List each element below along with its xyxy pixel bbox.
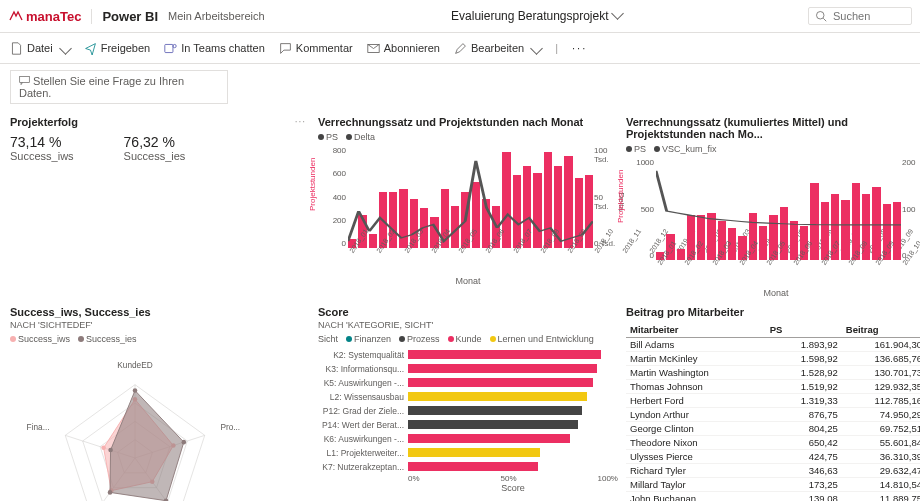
qna-input[interactable]: Stellen Sie eine Frage zu Ihren Daten. (10, 70, 228, 104)
qna-icon (19, 75, 30, 86)
visual-verrechnungssatz-kum[interactable]: Verrechnungssatz (kumuliertes Mittel) un… (626, 116, 920, 298)
table-row[interactable]: Richard Tyler346,6329.632,47 (626, 464, 920, 478)
table-row[interactable]: Herbert Ford1.319,33112.785,16 (626, 394, 920, 408)
score-bar-row[interactable]: K5: Auswirkungen -... (318, 376, 618, 389)
chart-legend: Success_iws Success_ies (10, 334, 310, 344)
report-canvas: ··· Projekterfolg 73,14 % Success_iws 76… (0, 110, 920, 501)
pencil-icon (454, 42, 467, 55)
table-row[interactable]: Thomas Johnson1.519,92129.932,35 (626, 380, 920, 394)
svg-point-25 (101, 446, 106, 451)
chevron-down-icon (530, 42, 543, 55)
teams-icon (164, 42, 177, 55)
svg-text:KundeED: KundeED (117, 361, 152, 370)
kpi-label: Success_ies (124, 150, 186, 162)
comment-icon (279, 42, 292, 55)
svg-point-28 (182, 440, 187, 445)
svg-point-0 (817, 12, 825, 20)
search-input[interactable] (831, 9, 895, 23)
svg-rect-5 (20, 76, 30, 82)
table-row[interactable]: Theodore Nixon650,4255.601,84 (626, 436, 920, 450)
visual-beitrag-mitarbeiter[interactable]: Beitrag pro Mitarbeiter Mitarbeiter PS B… (626, 306, 920, 501)
radar-chart: KundeEDPro...Lernen und Entwic...Prozess… (10, 348, 260, 501)
x-axis-ticks: 0%50%100% (408, 474, 618, 483)
file-menu[interactable]: Datei (10, 42, 70, 55)
visual-title: Verrechnungssatz und Projektstunden nach… (318, 116, 618, 128)
toolbar-separator: | (555, 42, 558, 54)
visual-projekterfolg[interactable]: ··· Projekterfolg 73,14 % Success_iws 76… (10, 116, 310, 298)
mail-icon (367, 42, 380, 55)
visual-subtitle: NACH 'SICHTEDEF' (10, 320, 310, 330)
visual-title: Score (318, 306, 618, 318)
col-mitarbeiter[interactable]: Mitarbeiter (626, 322, 766, 338)
chevron-down-icon (611, 7, 624, 20)
kpi-value: 76,32 % (124, 134, 186, 150)
report-toolbar: Datei Freigeben In Teams chatten Komment… (0, 33, 920, 64)
visual-title: Verrechnungssatz (kumuliertes Mittel) un… (626, 116, 920, 140)
kpi-label: Success_iws (10, 150, 74, 162)
visual-title: Success_iws, Success_ies (10, 306, 310, 318)
svg-point-27 (133, 388, 138, 393)
kpi-value: 73,14 % (10, 134, 74, 150)
table-row[interactable]: John Buchanan139,0811.889,75 (626, 492, 920, 502)
y-axis-label: Projektstunden (308, 158, 317, 211)
col-beitrag[interactable]: Beitrag (842, 322, 920, 338)
score-bar-row[interactable]: K7: Nutzerakzeptan... (318, 460, 618, 473)
x-axis-label: Monat (318, 276, 618, 286)
table-row[interactable]: Martin Washington1.528,92130.701,73 (626, 366, 920, 380)
visual-radar-success[interactable]: Success_iws, Success_ies NACH 'SICHTEDEF… (10, 306, 310, 501)
beitrag-table: Mitarbeiter PS Beitrag Bill Adams1.893,9… (626, 322, 920, 501)
search-icon (815, 10, 827, 22)
visual-title: Projekterfolg (10, 116, 310, 128)
table-row[interactable]: Millard Taylor173,2514.810,54 (626, 478, 920, 492)
table-row[interactable]: Ulysses Pierce424,7536.310,39 (626, 450, 920, 464)
score-bar-row[interactable]: K6: Auswirkungen -... (318, 432, 618, 445)
global-header: manaTec Power BI Mein Arbeitsbereich Eva… (0, 0, 920, 33)
col-ps[interactable]: PS (766, 322, 842, 338)
subscribe-button[interactable]: Abonnieren (367, 42, 440, 55)
vendor-logo: manaTec (8, 8, 81, 24)
chart-legend: PS Delta (318, 132, 618, 142)
search-box[interactable] (808, 7, 912, 25)
svg-marker-26 (110, 391, 184, 501)
horizontal-bar-chart: K2: SystemqualitätK3: Informationsqu...K… (318, 348, 618, 473)
svg-point-31 (108, 448, 113, 453)
report-title-dropdown[interactable]: Evaluierung Beratungsprojekt (275, 9, 798, 23)
share-button[interactable]: Freigeben (84, 42, 151, 55)
table-row[interactable]: Lyndon Arthur876,7574.950,29 (626, 408, 920, 422)
score-bar-row[interactable]: L1: Projekterweiter... (318, 446, 618, 459)
visual-verrechnungssatz-delta[interactable]: Verrechnungssatz und Projektstunden nach… (318, 116, 618, 298)
svg-point-30 (108, 490, 113, 495)
svg-rect-2 (165, 44, 173, 52)
table-row[interactable]: Martin McKinley1.598,92136.685,76 (626, 352, 920, 366)
product-name: Power BI (91, 9, 158, 24)
score-bar-row[interactable]: K3: Informationsqu... (318, 362, 618, 375)
teams-chat-button[interactable]: In Teams chatten (164, 42, 265, 55)
visual-more-icon[interactable]: ··· (295, 116, 306, 127)
more-options-button[interactable]: ··· (572, 42, 587, 54)
share-icon (84, 42, 97, 55)
score-bar-row[interactable]: K2: Systemqualität (318, 348, 618, 361)
visual-subtitle: NACH 'KATEGORIE, SICHT' (318, 320, 618, 330)
x-axis-label: Monat (626, 288, 920, 298)
svg-line-1 (823, 18, 826, 21)
y-axis-label: Projektstunden (616, 170, 625, 223)
svg-text:Fina...: Fina... (27, 423, 50, 432)
table-row[interactable]: Bill Adams1.893,92161.904,30 (626, 338, 920, 352)
visual-score[interactable]: Score NACH 'KATEGORIE, SICHT' SichtFinan… (318, 306, 618, 501)
edit-button[interactable]: Bearbeiten (454, 42, 541, 55)
table-row[interactable]: George Clinton804,2569.752,51 (626, 422, 920, 436)
workspace-name[interactable]: Mein Arbeitsbereich (168, 10, 265, 22)
svg-point-3 (173, 44, 176, 47)
x-axis-label: Score (408, 483, 618, 493)
score-bar-row[interactable]: L2: Wissensausbau (318, 390, 618, 403)
score-bar-row[interactable]: P12: Grad der Ziele... (318, 404, 618, 417)
visual-title: Beitrag pro Mitarbeiter (626, 306, 920, 318)
file-icon (10, 42, 23, 55)
comment-button[interactable]: Kommentar (279, 42, 353, 55)
chart-legend: PS VSC_kum_fix (626, 144, 920, 154)
chevron-down-icon (59, 42, 72, 55)
svg-text:Pro...: Pro... (220, 423, 240, 432)
score-bar-row[interactable]: P14: Wert der Berat... (318, 418, 618, 431)
chart-legend: SichtFinanzenProzessKundeLernen und Entw… (318, 334, 618, 344)
